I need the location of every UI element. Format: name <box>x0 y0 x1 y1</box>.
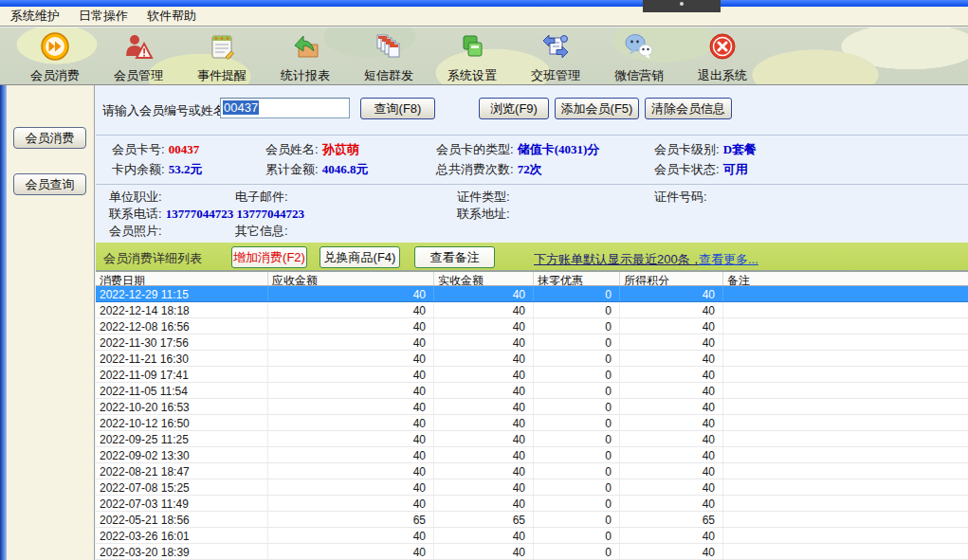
menu-system-maintenance[interactable]: 系统维护 <box>8 7 63 26</box>
consume-count-value: 72次 <box>518 162 542 176</box>
toolbar-item-shift-manage[interactable]: 交班管理 <box>514 27 597 84</box>
cell-consume-date: 2022-07-03 11:49 <box>96 496 268 511</box>
cell-consume-date: 2022-05-21 18:56 <box>96 512 268 527</box>
cell-consume-date: 2022-11-05 11:54 <box>96 383 268 398</box>
table-row[interactable]: 2022-03-26 16:01 40 40 0 40 <box>96 528 968 544</box>
table-row[interactable]: 2022-08-21 18:47 40 40 0 40 <box>96 463 968 479</box>
cell-discount: 0 <box>534 447 620 462</box>
card-no-label: 会员卡号: <box>112 142 165 156</box>
query-button[interactable]: 查询(F8) <box>360 98 435 119</box>
toolbar-item-exit-system[interactable]: 退出系统 <box>681 27 764 84</box>
cell-discount: 0 <box>534 528 620 543</box>
cell-note <box>723 286 968 301</box>
toolbar-item-member-consume[interactable]: 会员消费 <box>13 27 97 84</box>
menu-software-help[interactable]: 软件帮助 <box>144 7 199 26</box>
cell-note <box>723 399 968 414</box>
cell-received: 40 <box>434 351 534 366</box>
toolbar-item-member-manage[interactable]: 会员管理 <box>97 27 180 84</box>
cell-receivable: 40 <box>268 528 434 543</box>
cell-discount: 0 <box>534 496 620 511</box>
cell-receivable: 40 <box>268 286 434 301</box>
cell-note <box>723 318 968 334</box>
phone-value: 13777044723 13777044723 <box>166 207 304 221</box>
browse-button[interactable]: 浏览(F9) <box>479 98 549 119</box>
table-header: 消费日期 应收金额 实收金额 抹零优惠 所得积分 备注 <box>96 272 968 286</box>
table-row[interactable]: 2022-09-25 11:25 40 40 0 40 <box>96 431 968 447</box>
app-window: 系统维护 日常操作 软件帮助 会员消费 会员管理 事件提醒 统计报表 短信群发 … <box>0 0 968 560</box>
view-note-button[interactable]: 查看备注 <box>414 246 495 268</box>
settings-cube-icon <box>457 31 487 65</box>
toolbar-item-system-settings[interactable]: 系统设置 <box>430 27 514 84</box>
header-receivable[interactable]: 应收金额 <box>268 272 434 285</box>
table-row[interactable]: 2022-03-20 18:39 40 40 0 40 <box>96 544 968 560</box>
cell-receivable: 40 <box>268 415 434 430</box>
id-type-label: 证件类型: <box>457 189 510 206</box>
cell-consume-date: 2022-09-02 13:30 <box>96 447 268 462</box>
table-row[interactable]: 2022-12-29 11:15 40 40 0 40 <box>96 286 968 302</box>
cell-note <box>723 463 968 479</box>
cell-discount: 0 <box>534 367 620 382</box>
job-label: 单位职业: <box>109 189 162 206</box>
header-points[interactable]: 所得积分 <box>620 272 723 285</box>
cell-discount: 0 <box>534 351 620 366</box>
table-row[interactable]: 2022-10-20 16:53 40 40 0 40 <box>96 399 968 415</box>
table-row[interactable]: 2022-11-21 16:30 40 40 0 40 <box>96 351 968 367</box>
toolbar-item-wechat-marketing[interactable]: 微信营销 <box>597 27 681 84</box>
view-more-link[interactable]: 查看更多... <box>699 251 758 268</box>
table-row[interactable]: 2022-11-30 17:56 40 40 0 40 <box>96 334 968 351</box>
cell-receivable: 40 <box>268 399 434 414</box>
exchange-goods-button[interactable]: 兑换商品(F4) <box>320 246 400 268</box>
card-no-value: 00437 <box>169 142 200 156</box>
cell-discount: 0 <box>534 544 620 559</box>
table-row[interactable]: 2022-11-09 17:41 40 40 0 40 <box>96 367 968 383</box>
table-row[interactable]: 2022-07-08 15:25 40 40 0 40 <box>96 479 968 496</box>
member-info-row: 卡内余额:53.2元 累计金额:4046.8元 总共消费次数:72次 会员卡状态… <box>96 161 968 180</box>
cell-consume-date: 2022-11-21 16:30 <box>96 351 268 366</box>
cell-note <box>723 351 968 366</box>
cell-received: 40 <box>434 479 534 495</box>
cell-points: 40 <box>620 351 723 366</box>
cell-received: 40 <box>434 367 534 382</box>
table-row[interactable]: 2022-07-03 11:49 40 40 0 40 <box>96 496 968 512</box>
member-search-input[interactable]: 00437 <box>220 98 350 118</box>
card-status-value: 可用 <box>723 162 748 176</box>
header-discount[interactable]: 抹零优惠 <box>534 272 620 285</box>
cell-note <box>723 383 968 398</box>
table-row[interactable]: 2022-11-05 11:54 40 40 0 40 <box>96 383 968 399</box>
header-consume-date[interactable]: 消费日期 <box>96 272 268 285</box>
table-row[interactable]: 2022-12-14 18:18 40 40 0 40 <box>96 302 968 318</box>
toolbar-item-label: 微信营销 <box>614 67 664 84</box>
table-row[interactable]: 2022-05-21 18:56 65 65 0 65 <box>96 512 968 528</box>
cell-discount: 0 <box>534 334 620 350</box>
table-row[interactable]: 2022-09-02 13:30 40 40 0 40 <box>96 447 968 463</box>
cell-receivable: 40 <box>268 383 434 398</box>
divider <box>96 184 968 185</box>
cell-receivable: 40 <box>268 431 434 446</box>
consume-action-bar: 会员消费详细列表 增加消费(F2) 兑换商品(F4) 查看备注 下方账单默认显示… <box>96 243 968 272</box>
balance-value: 53.2元 <box>169 162 203 176</box>
sidebar-button-member-query[interactable]: 会员查询 <box>13 173 86 195</box>
add-consume-button[interactable]: 增加消费(F2) <box>231 246 307 268</box>
cell-discount: 0 <box>534 318 620 334</box>
toolbar: 会员消费 会员管理 事件提醒 统计报表 短信群发 系统设置 交班管理 微信营销 <box>0 27 968 85</box>
menu-daily-operation[interactable]: 日常操作 <box>76 7 131 26</box>
sidebar-button-member-consume[interactable]: 会员消费 <box>13 127 86 149</box>
table-row[interactable]: 2022-10-12 16:50 40 40 0 40 <box>96 415 968 431</box>
cell-points: 40 <box>620 479 723 495</box>
cell-discount: 0 <box>534 479 620 495</box>
toolbar-item-sms-broadcast[interactable]: 短信群发 <box>347 27 430 84</box>
card-status-label: 会员卡状态: <box>654 162 720 176</box>
clear-member-info-button[interactable]: 清除会员信息 <box>645 98 732 119</box>
add-member-button[interactable]: 添加会员(F5) <box>555 98 639 119</box>
header-received[interactable]: 实收金额 <box>434 272 534 285</box>
cell-consume-date: 2022-03-26 16:01 <box>96 528 268 543</box>
sidebar: 会员消费 会员查询 <box>7 85 95 560</box>
toolbar-item-event-reminder[interactable]: 事件提醒 <box>180 27 264 84</box>
member-info-row: 会员照片: 其它信息: <box>96 223 968 242</box>
header-note[interactable]: 备注 <box>723 272 968 285</box>
cell-receivable: 40 <box>268 544 434 559</box>
toolbar-item-stats-report[interactable]: 统计报表 <box>264 27 347 84</box>
cell-receivable: 40 <box>268 447 434 462</box>
table-row[interactable]: 2022-12-08 16:56 40 40 0 40 <box>96 318 968 334</box>
cell-points: 40 <box>620 415 723 430</box>
